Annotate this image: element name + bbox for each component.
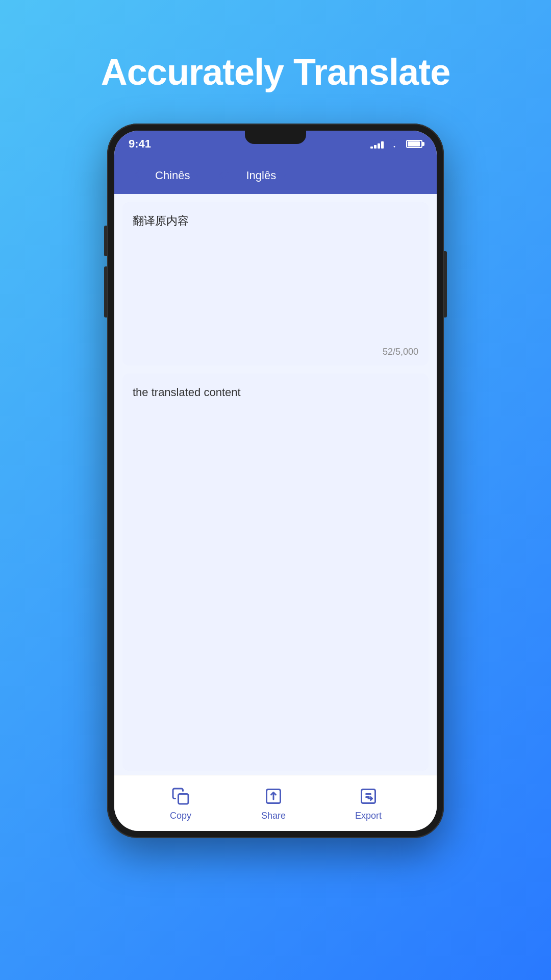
signal-icon [370,139,384,149]
content-area: 翻译原内容 52/5,000 the translated content [114,194,437,831]
battery-fill [408,141,420,146]
export-label: Export [355,811,382,821]
share-label: Share [261,811,286,821]
source-text: 翻译原内容 [133,212,418,229]
share-button[interactable]: Share [261,785,286,821]
phone-screen: 9:41 [114,131,437,831]
signal-bar-3 [378,143,380,149]
source-lang-dropdown-icon [194,171,202,181]
notch [245,131,306,144]
translated-text-area: the translated content [122,374,429,771]
export-button[interactable]: Export [355,785,382,821]
phone-frame: 9:41 [107,124,444,838]
source-text-area[interactable]: 翻译原内容 52/5,000 [122,202,429,365]
back-button[interactable] [127,163,147,188]
swap-languages-button[interactable] [216,168,232,183]
copy-icon [169,785,192,807]
signal-bar-4 [381,141,384,149]
source-language-label: Chinês [155,169,190,182]
battery-icon [406,140,422,148]
status-time: 9:41 [129,137,151,151]
target-language-label: Inglês [246,169,276,182]
svg-point-0 [394,145,395,147]
translated-text: the translated content [133,384,418,401]
nav-bar: Chinês Inglês [114,157,437,194]
bottom-toolbar: Copy Share [114,775,437,831]
side-button-left-top [104,226,107,256]
target-lang-dropdown-icon [280,171,288,181]
signal-bar-1 [370,146,373,149]
wifi-icon [389,138,400,150]
char-count: 52/5,000 [383,347,418,357]
export-icon [357,785,380,807]
share-icon [262,785,285,807]
source-language-selector[interactable]: Chinês [155,169,202,182]
copy-button[interactable]: Copy [169,785,192,821]
target-language-selector[interactable]: Inglês [246,169,288,182]
headline: Accurately Translate [101,51,450,93]
signal-bar-2 [374,145,377,149]
status-icons [370,138,422,150]
svg-rect-3 [178,794,188,804]
side-button-left-bottom [104,266,107,317]
copy-label: Copy [170,811,191,821]
side-button-right [444,251,447,317]
